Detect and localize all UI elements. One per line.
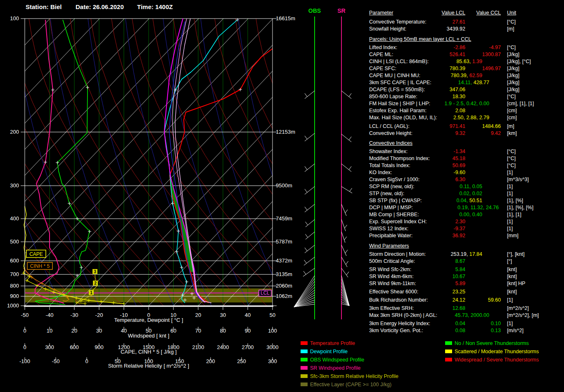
table-row: Total Totals Index:50.69[°C] bbox=[0, 163, 564, 169]
param-value-ccl: 0.13 bbox=[491, 328, 501, 333]
param-value-lcl: 780.39 bbox=[450, 66, 465, 71]
col-value-lcl: Value LCL bbox=[442, 10, 465, 16]
param-label: DCP | MMP | MSP: bbox=[369, 205, 413, 210]
param-unit: [1] bbox=[507, 184, 513, 189]
param-label: Craven SigSvr / 1000: bbox=[369, 177, 419, 182]
axis-title-cape: CAPE, CINH * 5 [ J/kg ] bbox=[121, 349, 177, 355]
param-unit: [1], [%] bbox=[507, 198, 523, 203]
legend-swatch bbox=[445, 341, 452, 345]
param-unit: [1] bbox=[507, 321, 513, 326]
section-title: Parcels: Using 50mB mean layer LCL + CCL bbox=[369, 36, 471, 42]
param-unit: [J/kg] bbox=[507, 87, 519, 92]
table-row: STP (new, old):0.02, 0.02[1] bbox=[0, 191, 564, 197]
legend-swatch bbox=[301, 358, 308, 361]
param-value-lcl: 0.11, 0.05 bbox=[460, 184, 482, 189]
param-value-lcl: 526.41 bbox=[450, 52, 465, 57]
param-unit: [J/kg] bbox=[507, 80, 519, 85]
axis-title-srh: Storm Relative Helicity [ m^2/s^2 ] bbox=[108, 363, 189, 369]
param-unit: [1] bbox=[507, 170, 513, 175]
table-row: Convective Height:9.329.42[km] bbox=[0, 130, 564, 137]
param-unit: [knt] bbox=[507, 274, 517, 279]
legend-label: SR Windspeed Profile bbox=[310, 365, 360, 371]
axis-tick-label: 300 bbox=[268, 358, 277, 364]
table-row: Storm Direction | Motion:253.19, 17.84[°… bbox=[0, 251, 564, 258]
param-value-lcl: 2.30 bbox=[455, 219, 465, 224]
param-label: SR Wind Sfc-2km: bbox=[369, 267, 411, 272]
table-row: Bulk Richardson Number:24.1259.60[1] bbox=[0, 297, 564, 304]
param-label: KO Index: bbox=[369, 170, 392, 175]
section-title: Wind Parameters bbox=[369, 243, 409, 249]
param-label: CAPE MU | CINH MU: bbox=[369, 73, 420, 78]
col-parameter: Parameter bbox=[369, 10, 393, 16]
legend-swatch bbox=[301, 383, 308, 386]
param-unit: [1] bbox=[507, 226, 513, 231]
param-value-lcl: 12.68 bbox=[453, 305, 465, 311]
param-unit: [1], [1] bbox=[507, 212, 521, 217]
param-value-lcl: 45.73, 2000.00 bbox=[455, 312, 489, 318]
param-unit: [mm] bbox=[507, 233, 519, 239]
param-value-lcl: -1.34 bbox=[454, 149, 466, 154]
table-row: Effective Shear 6000:23.25[knt] bbox=[0, 289, 564, 295]
table-row: SR Wind Sfc-2km:5.84[knt] bbox=[0, 267, 564, 273]
param-value-lcl: 0.00, 0.40 bbox=[459, 212, 482, 217]
table-row: SB STP (fix) | CWASP:0.04, 50.51[1], [%] bbox=[0, 198, 564, 204]
axis-tick-label: 200 bbox=[206, 358, 215, 364]
param-unit: [m] bbox=[507, 123, 514, 129]
table-row: Snowfall Height:3439.92[m] bbox=[0, 26, 564, 33]
param-label: Lifted Index: bbox=[369, 45, 397, 50]
param-label: Max. Hail Size (OLD, MU, IL): bbox=[369, 115, 437, 120]
param-value-lcl: 971.41 bbox=[450, 123, 465, 129]
table-row: CINH | LSI (LCL: 864mB):85.63, 1.39[J/kg… bbox=[0, 59, 564, 65]
param-value-lcl: 85.63, 1.39 bbox=[456, 59, 482, 64]
param-unit: [knt] bbox=[507, 289, 517, 295]
param-value-lcl: 24.12 bbox=[453, 297, 465, 303]
table-row: CAPE MU | CINH MU:780.39, 62.59[J/kg] bbox=[0, 73, 564, 79]
param-label: Max 3km SRH (0-2km) | AGL: bbox=[369, 312, 437, 318]
axis-tick-label: 900 bbox=[95, 344, 104, 350]
param-value-lcl: 0.19, 11.32, 24.76 bbox=[457, 205, 499, 210]
legend-swatch bbox=[301, 374, 308, 378]
table-row: SR Wind 4km-6km:10.67[knt] bbox=[0, 274, 564, 280]
param-label: 3km SFC CAPE | IL CAPE: bbox=[369, 80, 431, 85]
param-value-lcl: 36.92 bbox=[453, 233, 465, 239]
param-unit: [1] bbox=[507, 219, 513, 224]
param-label: MB Comp | SHERBE: bbox=[369, 212, 419, 217]
legend-label: Widespread / Severe Thunderstorms bbox=[455, 357, 539, 363]
table-row: 500m Critical Angle:8.67[°] bbox=[0, 258, 564, 265]
param-unit: [J/kg], [°C] bbox=[507, 59, 531, 64]
param-unit: [°C] bbox=[507, 156, 516, 161]
legend-label: Effective Layer (CAPE >= 100 J/kg) bbox=[310, 382, 391, 387]
param-unit: [°], [knt] bbox=[507, 251, 525, 257]
param-label: FM Hail Size | SHIP | LHP: bbox=[369, 101, 430, 106]
param-value-lcl: 18.30 bbox=[453, 94, 465, 99]
param-value-lcl: 0.02, 0.02 bbox=[459, 191, 482, 196]
param-value-lcl: -9.37 bbox=[454, 226, 466, 231]
table-row: SWISS 12 Index:-9.37[1] bbox=[0, 226, 564, 232]
table-row: DCAPE (LFS = 550mB):347.06[J/kg] bbox=[0, 87, 564, 93]
param-label: LCL / CCL (AGL): bbox=[369, 123, 410, 129]
legend-label: Temperature Profile bbox=[310, 340, 355, 346]
param-unit: [knt] bbox=[507, 267, 517, 272]
axis-tick-label: 300 bbox=[45, 344, 54, 350]
legend-swatch bbox=[445, 358, 452, 361]
param-unit: [m] bbox=[507, 26, 514, 32]
axis-tick-label: 250 bbox=[237, 358, 246, 364]
table-row: DCP | MMP | MSP:0.19, 11.32, 24.76[1], [… bbox=[0, 205, 564, 211]
table-row: Precipitable Water:36.92[mm] bbox=[0, 233, 564, 239]
param-label: CAPE ML: bbox=[369, 52, 393, 57]
table-row: 3km Vorticity Gen. Pot.:0.080.13[m/s^2] bbox=[0, 328, 564, 334]
param-unit: [km] bbox=[507, 130, 517, 136]
param-label: STP (new, old): bbox=[369, 191, 404, 196]
param-value-ccl: 1300.87 bbox=[482, 52, 501, 57]
axis-tick-label: 2100 bbox=[192, 344, 204, 350]
param-unit: [m/s^2] bbox=[507, 328, 524, 333]
param-unit: [m^2/s^2], [m] bbox=[507, 312, 539, 318]
param-value-lcl: -2.86 bbox=[454, 45, 466, 50]
sr-column-label: SR bbox=[337, 7, 345, 14]
param-value-lcl: 0.04 bbox=[455, 321, 465, 326]
param-label: 3km Vorticity Gen. Pot.: bbox=[369, 328, 423, 333]
param-label: 3km Energy Helicity Index: bbox=[369, 321, 430, 326]
param-unit: [J/kg] bbox=[507, 73, 519, 78]
table-row: Lifted Index:-2.86-4.97[°C] bbox=[0, 45, 564, 51]
section-title: Convective Indices bbox=[369, 140, 412, 146]
